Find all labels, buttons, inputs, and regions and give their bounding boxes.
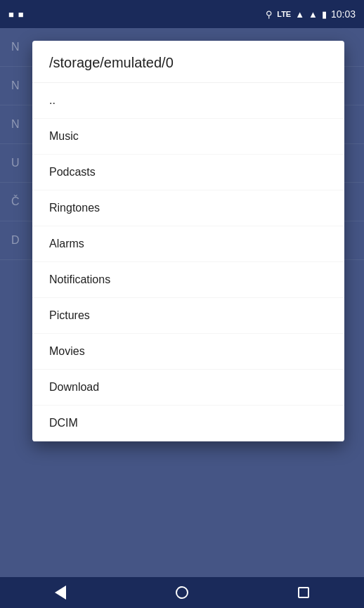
dir-movies-label: Movies	[49, 345, 85, 357]
recents-icon	[298, 587, 309, 598]
dir-alarms[interactable]: Alarms	[32, 226, 344, 262]
dialog-list: .. Music Podcasts Ringtones Alarms Notif…	[32, 83, 344, 441]
dir-music-label: Music	[49, 130, 79, 142]
dir-dcim[interactable]: DCIM	[32, 406, 344, 441]
dir-ringtones-label: Ringtones	[49, 202, 100, 214]
dir-music[interactable]: Music	[32, 119, 344, 155]
dialog-title: /storage/emulated/0	[32, 41, 344, 83]
dir-notifications-label: Notifications	[49, 273, 110, 285]
navigation-bar	[0, 577, 364, 608]
status-bar-left: ■ ■	[8, 9, 24, 20]
dir-download-label: Download	[49, 381, 99, 393]
home-icon	[176, 586, 188, 599]
status-time: 10:03	[331, 8, 356, 20]
dir-alarms-label: Alarms	[49, 238, 84, 250]
back-icon	[55, 586, 66, 600]
dir-podcasts[interactable]: Podcasts	[32, 155, 344, 190]
home-button[interactable]	[161, 577, 203, 608]
dir-parent[interactable]: ..	[32, 83, 344, 119]
recents-button[interactable]	[282, 577, 325, 608]
dir-pictures-label: Pictures	[49, 309, 90, 321]
dir-movies[interactable]: Movies	[32, 334, 344, 370]
signal-icon-2: ▲	[308, 9, 318, 20]
file-browser-dialog: /storage/emulated/0 .. Music Podcasts Ri…	[32, 41, 344, 441]
back-button[interactable]	[39, 577, 82, 608]
dir-dcim-label: DCIM	[49, 417, 78, 429]
notification-icon-1: ■	[8, 9, 14, 20]
dir-download[interactable]: Download	[32, 370, 344, 406]
battery-icon: ▮	[322, 9, 327, 20]
lte-icon: LTE	[277, 10, 291, 18]
status-bar-right: ⚲ LTE ▲ ▲ ▮ 10:03	[266, 8, 356, 20]
dir-ringtones[interactable]: Ringtones	[32, 190, 344, 226]
status-bar: ■ ■ ⚲ LTE ▲ ▲ ▮ 10:03	[0, 0, 364, 28]
notification-icon-2: ■	[18, 9, 24, 20]
dir-notifications[interactable]: Notifications	[32, 262, 344, 298]
dir-podcasts-label: Podcasts	[49, 166, 96, 178]
dir-pictures[interactable]: Pictures	[32, 298, 344, 334]
signal-icon-1: ▲	[295, 9, 304, 20]
dir-parent-label: ..	[49, 94, 56, 106]
location-icon: ⚲	[266, 9, 273, 20]
